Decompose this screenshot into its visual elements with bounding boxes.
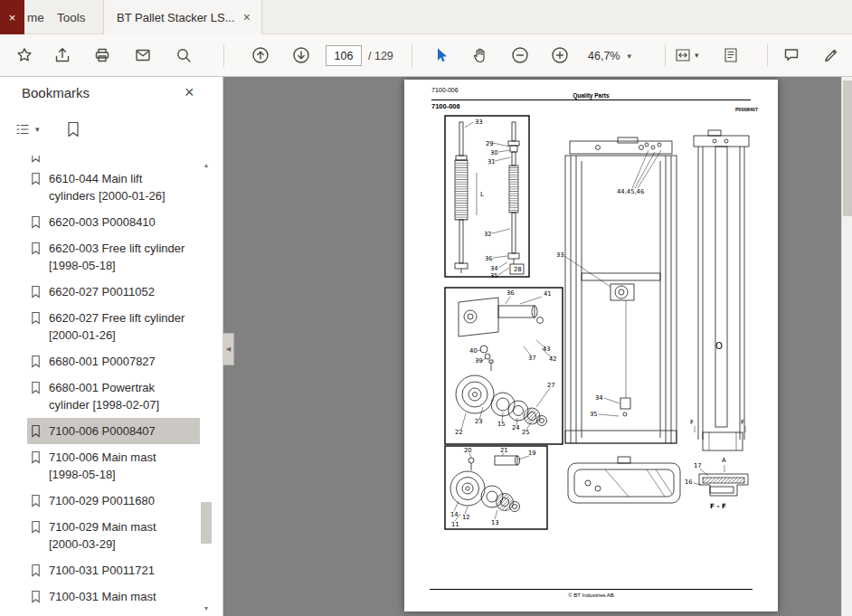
callout-29: 29: [486, 140, 494, 147]
document-canvas: 7100-006 Quality Parts 7100-006 P0008407: [224, 77, 841, 616]
bookmark-icon: [30, 311, 42, 325]
detail-box-chain-anchors: 33 29 30 31 L 32 36 34 35 28: [445, 116, 529, 280]
bookmark-item[interactable]: 7100-031 P0011721: [27, 557, 200, 583]
scroll-up-icon[interactable]: ▲: [200, 159, 213, 171]
app-window: { "colors": { "pointer_blue": "#1b6ac9",…: [0, 0, 852, 616]
callout-30: 30: [490, 149, 498, 156]
scroll-down-icon[interactable]: ▼: [200, 602, 213, 614]
footer-rule: [430, 589, 753, 590]
callout-32: 32: [484, 231, 492, 238]
mast-side-view: O F F: [690, 130, 749, 450]
callout-41: 41: [544, 290, 552, 298]
callout-35: 35: [490, 272, 498, 280]
page-display-button[interactable]: [722, 46, 740, 64]
fit-width-button[interactable]: [674, 46, 692, 64]
scrollbar-thumb[interactable]: [201, 502, 212, 544]
bookmark-label: 7100-031 Main mast: [49, 588, 186, 605]
toolbar-separator: [767, 44, 768, 67]
bookmark-item-selected[interactable]: 7100-006 P0008407: [27, 418, 200, 444]
callout-17: 17: [694, 462, 702, 469]
bookmark-item[interactable]: 6680-001 Powertrak cylinder [1998-02-07]: [27, 374, 200, 418]
callout-20: 20: [464, 447, 472, 454]
callout-39: 39: [475, 357, 483, 365]
scrollbar-thumb[interactable]: [843, 81, 852, 216]
tab-document[interactable]: BT Pallet Stacker LS... ×: [103, 0, 262, 34]
callout-A: A: [722, 457, 726, 464]
bookmark-icon: [30, 355, 42, 368]
callout-24: 24: [512, 424, 520, 431]
document-scrollbar[interactable]: [841, 77, 852, 616]
callout-15: 15: [497, 421, 506, 428]
callout-O: O: [715, 341, 723, 351]
bookmark-item[interactable]: 6610-044 Main lift cylinders [2000-01-26…: [27, 166, 200, 209]
window-close-button[interactable]: ×: [0, 0, 24, 34]
main-toolbar: / 129 46,7% ▾ ▾: [0, 34, 852, 77]
tab-tools[interactable]: Tools: [44, 0, 99, 34]
print-icon[interactable]: [93, 46, 111, 64]
callout-34: 34: [595, 394, 603, 402]
next-page-button[interactable]: [292, 46, 310, 64]
callout-34: 34: [490, 265, 498, 272]
bookmark-icon: [30, 285, 42, 299]
callout-13: 13: [491, 519, 499, 526]
email-icon[interactable]: [134, 46, 152, 64]
previous-page-button[interactable]: [251, 46, 270, 64]
toolbar-separator: [412, 44, 412, 67]
chevron-down-icon[interactable]: ▾: [695, 51, 699, 60]
zoom-level-dropdown[interactable]: 46,7% ▾: [588, 34, 631, 77]
bookmark-icon: [30, 564, 42, 577]
callout-27: 27: [547, 382, 555, 389]
callout-31: 31: [488, 158, 496, 166]
bookmark-icon: [30, 215, 42, 229]
page-footer: © BT Industries AB: [404, 592, 778, 598]
bookmark-label: 7100-029 Main mast [2000-03-29]: [49, 518, 186, 553]
share-icon[interactable]: [53, 46, 71, 64]
panel-collapse-button[interactable]: ◀: [223, 333, 234, 365]
bookmarks-scrollbar[interactable]: ▲ ▼: [200, 159, 213, 616]
bookmark-item[interactable]: 6620-027 P0011052: [27, 279, 200, 305]
bookmark-options-button[interactable]: ▾: [14, 120, 40, 138]
hand-tool-icon[interactable]: [471, 46, 489, 64]
bookmark-expand-button[interactable]: [64, 120, 82, 142]
bookmark-item[interactable]: 6620-027 Free lift cylinder [2000-01-26]: [27, 305, 200, 348]
bookmark-icon: [30, 450, 42, 464]
sign-pen-icon[interactable]: [822, 46, 840, 64]
toolbar-separator: [223, 44, 224, 67]
callout-22: 22: [455, 429, 463, 436]
bookmark-item[interactable]: 7100-029 Main mast [2000-03-29]: [27, 514, 200, 557]
bookmark-label: 6620-027 P0011052: [49, 283, 186, 300]
callout-40: 40: [469, 347, 478, 355]
bookmark-label: 7100-031 P0011721: [49, 562, 186, 579]
bookmark-item[interactable]: 7100-006 Main mast [1998-05-18]: [27, 444, 200, 488]
callout-F-left: F: [690, 419, 694, 426]
bookmark-item[interactable]: 6620-003 Free lift cylinder [1998-05-18]: [27, 235, 200, 279]
tab-document-label: BT Pallet Stacker LS...: [117, 11, 241, 24]
bookmark-item[interactable]: 7100-031 Main mast: [27, 583, 200, 610]
callout-28: 28: [514, 266, 522, 273]
callout-21: 21: [500, 447, 508, 454]
favorite-star-icon[interactable]: [15, 46, 33, 64]
tab-home-partial[interactable]: me: [27, 0, 44, 34]
bookmark-icon: [30, 590, 42, 603]
tab-close-icon[interactable]: ×: [241, 10, 252, 24]
bookmark-label: 7100-029 P0011680: [49, 492, 186, 509]
callout-F-right: F: [741, 419, 744, 426]
select-tool-icon[interactable]: [431, 46, 450, 64]
pdf-page: 7100-006 Quality Parts 7100-006 P0008407: [404, 80, 778, 611]
callout-36: 36: [485, 255, 493, 262]
zoom-out-button[interactable]: [511, 46, 529, 64]
bookmark-icon: [30, 242, 42, 255]
bookmark-item[interactable]: 6680-001 P0007827: [27, 348, 200, 374]
bookmark-item[interactable]: 6620-003 P0008410: [27, 209, 200, 235]
bookmark-icon: [30, 172, 42, 185]
page-number-input[interactable]: [326, 45, 362, 66]
bookmarks-close-button[interactable]: ×: [185, 83, 194, 102]
bookmark-item-partial[interactable]: [27, 156, 200, 166]
comment-icon[interactable]: [782, 46, 800, 64]
callout-36: 36: [506, 289, 515, 297]
bookmarks-list: 6610-044 Main lift cylinders [2000-01-26…: [27, 156, 200, 616]
technical-diagram: 33 29 30 31 L 32 36 34 35 28: [404, 80, 778, 611]
bookmark-item[interactable]: 7100-029 P0011680: [27, 488, 200, 514]
search-icon[interactable]: [175, 46, 193, 64]
zoom-in-button[interactable]: [551, 46, 569, 64]
